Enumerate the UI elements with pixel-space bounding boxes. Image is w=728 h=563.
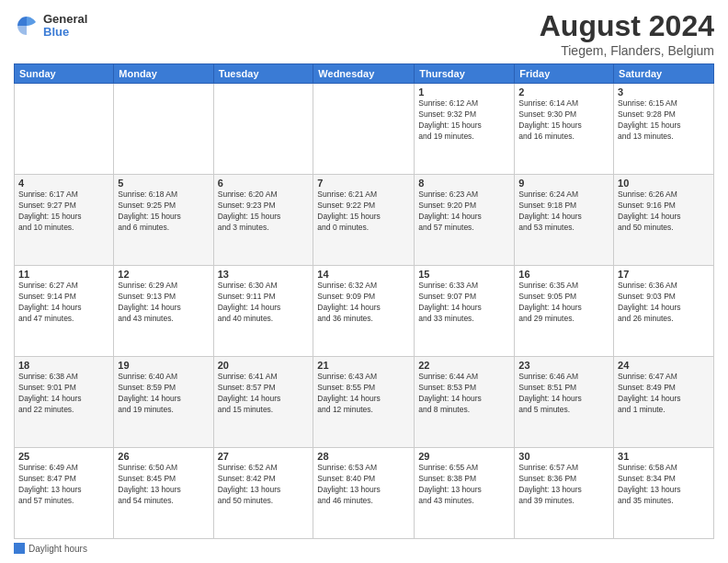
day-number: 26 — [118, 451, 209, 462]
day-number: 8 — [418, 178, 510, 189]
footer: Daylight hours — [14, 543, 714, 554]
calendar-cell: 13Sunrise: 6:30 AM Sunset: 9:11 PM Dayli… — [213, 266, 313, 357]
week-row-5: 25Sunrise: 6:49 AM Sunset: 8:47 PM Dayli… — [15, 448, 714, 539]
calendar-cell: 11Sunrise: 6:27 AM Sunset: 9:14 PM Dayli… — [15, 266, 114, 357]
calendar-cell: 9Sunrise: 6:24 AM Sunset: 9:18 PM Daylig… — [515, 175, 614, 266]
day-info: Sunrise: 6:20 AM Sunset: 9:23 PM Dayligh… — [218, 190, 310, 234]
day-info: Sunrise: 6:40 AM Sunset: 8:59 PM Dayligh… — [118, 372, 209, 416]
calendar-cell: 26Sunrise: 6:50 AM Sunset: 8:45 PM Dayli… — [114, 448, 213, 539]
day-number: 16 — [518, 269, 609, 280]
col-header-sunday: Sunday — [15, 64, 114, 84]
calendar-cell: 17Sunrise: 6:36 AM Sunset: 9:03 PM Dayli… — [614, 266, 714, 357]
col-header-monday: Monday — [114, 64, 213, 84]
calendar: SundayMondayTuesdayWednesdayThursdayFrid… — [14, 63, 714, 539]
day-info: Sunrise: 6:43 AM Sunset: 8:55 PM Dayligh… — [317, 372, 410, 416]
day-info: Sunrise: 6:55 AM Sunset: 8:38 PM Dayligh… — [418, 463, 510, 507]
day-info: Sunrise: 6:58 AM Sunset: 8:34 PM Dayligh… — [618, 463, 710, 507]
calendar-cell: 19Sunrise: 6:40 AM Sunset: 8:59 PM Dayli… — [114, 357, 213, 448]
day-number: 5 — [118, 178, 209, 189]
calendar-cell: 16Sunrise: 6:35 AM Sunset: 9:05 PM Dayli… — [515, 266, 614, 357]
calendar-cell — [15, 84, 114, 175]
day-info: Sunrise: 6:52 AM Sunset: 8:42 PM Dayligh… — [218, 463, 310, 507]
legend-item: Daylight hours — [14, 543, 87, 554]
day-number: 19 — [118, 360, 209, 371]
legend-label: Daylight hours — [28, 544, 87, 554]
day-info: Sunrise: 6:50 AM Sunset: 8:45 PM Dayligh… — [118, 463, 209, 507]
calendar-cell: 6Sunrise: 6:20 AM Sunset: 9:23 PM Daylig… — [213, 175, 313, 266]
col-header-thursday: Thursday — [415, 64, 515, 84]
location: Tiegem, Flanders, Belgium — [540, 43, 714, 58]
day-info: Sunrise: 6:30 AM Sunset: 9:11 PM Dayligh… — [218, 281, 310, 325]
day-number: 10 — [618, 178, 710, 189]
day-number: 14 — [317, 269, 410, 280]
day-number: 13 — [218, 269, 310, 280]
calendar-cell: 2Sunrise: 6:14 AM Sunset: 9:30 PM Daylig… — [515, 84, 614, 175]
day-info: Sunrise: 6:35 AM Sunset: 9:05 PM Dayligh… — [518, 281, 609, 325]
week-row-4: 18Sunrise: 6:38 AM Sunset: 9:01 PM Dayli… — [15, 357, 714, 448]
day-number: 3 — [618, 86, 710, 98]
calendar-cell: 29Sunrise: 6:55 AM Sunset: 8:38 PM Dayli… — [415, 448, 515, 539]
calendar-cell: 24Sunrise: 6:47 AM Sunset: 8:49 PM Dayli… — [614, 357, 714, 448]
day-number: 9 — [518, 178, 609, 189]
calendar-cell: 1Sunrise: 6:12 AM Sunset: 9:32 PM Daylig… — [415, 84, 515, 175]
legend-box — [14, 543, 25, 554]
calendar-cell: 25Sunrise: 6:49 AM Sunset: 8:47 PM Dayli… — [15, 448, 114, 539]
day-number: 29 — [418, 451, 510, 462]
day-info: Sunrise: 6:46 AM Sunset: 8:51 PM Dayligh… — [518, 372, 609, 416]
day-info: Sunrise: 6:49 AM Sunset: 8:47 PM Dayligh… — [18, 463, 109, 507]
day-number: 6 — [218, 178, 310, 189]
day-number: 31 — [618, 451, 710, 462]
day-info: Sunrise: 6:24 AM Sunset: 9:18 PM Dayligh… — [518, 190, 609, 234]
calendar-cell — [213, 84, 313, 175]
calendar-cell: 5Sunrise: 6:18 AM Sunset: 9:25 PM Daylig… — [114, 175, 213, 266]
calendar-cell: 22Sunrise: 6:44 AM Sunset: 8:53 PM Dayli… — [415, 357, 515, 448]
col-header-wednesday: Wednesday — [313, 64, 415, 84]
week-row-2: 4Sunrise: 6:17 AM Sunset: 9:27 PM Daylig… — [15, 175, 714, 266]
calendar-cell: 30Sunrise: 6:57 AM Sunset: 8:36 PM Dayli… — [515, 448, 614, 539]
calendar-cell: 21Sunrise: 6:43 AM Sunset: 8:55 PM Dayli… — [313, 357, 415, 448]
day-info: Sunrise: 6:29 AM Sunset: 9:13 PM Dayligh… — [118, 281, 209, 325]
day-number: 1 — [418, 86, 510, 98]
day-info: Sunrise: 6:32 AM Sunset: 9:09 PM Dayligh… — [317, 281, 410, 325]
day-info: Sunrise: 6:33 AM Sunset: 9:07 PM Dayligh… — [418, 281, 510, 325]
week-row-3: 11Sunrise: 6:27 AM Sunset: 9:14 PM Dayli… — [15, 266, 714, 357]
calendar-table: SundayMondayTuesdayWednesdayThursdayFrid… — [14, 63, 714, 539]
calendar-cell: 31Sunrise: 6:58 AM Sunset: 8:34 PM Dayli… — [614, 448, 714, 539]
day-info: Sunrise: 6:14 AM Sunset: 9:30 PM Dayligh… — [518, 98, 609, 143]
calendar-cell: 4Sunrise: 6:17 AM Sunset: 9:27 PM Daylig… — [15, 175, 114, 266]
calendar-cell — [114, 84, 213, 175]
day-info: Sunrise: 6:36 AM Sunset: 9:03 PM Dayligh… — [618, 281, 710, 325]
day-info: Sunrise: 6:57 AM Sunset: 8:36 PM Dayligh… — [518, 463, 609, 507]
day-number: 15 — [418, 269, 510, 280]
calendar-header-row: SundayMondayTuesdayWednesdayThursdayFrid… — [15, 64, 714, 84]
calendar-cell: 28Sunrise: 6:53 AM Sunset: 8:40 PM Dayli… — [313, 448, 415, 539]
calendar-cell: 20Sunrise: 6:41 AM Sunset: 8:57 PM Dayli… — [213, 357, 313, 448]
col-header-saturday: Saturday — [614, 64, 714, 84]
logo-icon — [14, 13, 40, 39]
week-row-1: 1Sunrise: 6:12 AM Sunset: 9:32 PM Daylig… — [15, 84, 714, 175]
calendar-cell — [313, 84, 415, 175]
day-number: 23 — [518, 360, 609, 371]
calendar-cell: 10Sunrise: 6:26 AM Sunset: 9:16 PM Dayli… — [614, 175, 714, 266]
header: General Blue August 2024 Tiegem, Flander… — [14, 9, 714, 58]
day-info: Sunrise: 6:23 AM Sunset: 9:20 PM Dayligh… — [418, 190, 510, 234]
calendar-cell: 3Sunrise: 6:15 AM Sunset: 9:28 PM Daylig… — [614, 84, 714, 175]
title-area: August 2024 Tiegem, Flanders, Belgium — [540, 9, 714, 58]
day-number: 2 — [518, 86, 609, 98]
day-number: 27 — [218, 451, 310, 462]
calendar-cell: 18Sunrise: 6:38 AM Sunset: 9:01 PM Dayli… — [15, 357, 114, 448]
logo: General Blue — [14, 13, 87, 40]
day-number: 22 — [418, 360, 510, 371]
day-number: 30 — [518, 451, 609, 462]
day-info: Sunrise: 6:26 AM Sunset: 9:16 PM Dayligh… — [618, 190, 710, 234]
calendar-cell: 15Sunrise: 6:33 AM Sunset: 9:07 PM Dayli… — [415, 266, 515, 357]
calendar-cell: 7Sunrise: 6:21 AM Sunset: 9:22 PM Daylig… — [313, 175, 415, 266]
day-info: Sunrise: 6:12 AM Sunset: 9:32 PM Dayligh… — [418, 98, 510, 143]
logo-blue: Blue — [43, 26, 87, 39]
logo-general: General — [43, 13, 87, 26]
day-info: Sunrise: 6:21 AM Sunset: 9:22 PM Dayligh… — [317, 190, 410, 234]
day-info: Sunrise: 6:44 AM Sunset: 8:53 PM Dayligh… — [418, 372, 510, 416]
col-header-tuesday: Tuesday — [213, 64, 313, 84]
col-header-friday: Friday — [515, 64, 614, 84]
day-number: 25 — [18, 451, 109, 462]
